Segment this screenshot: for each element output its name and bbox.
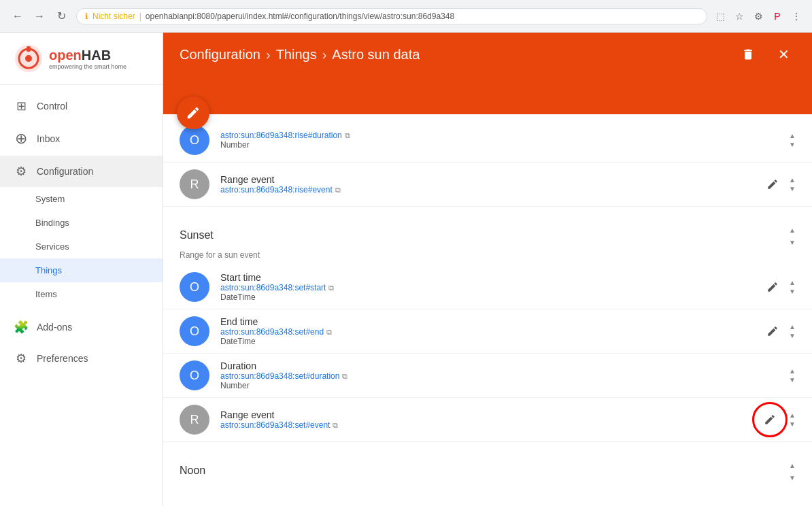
sunset-end-uid: astro:sun:86d9a348:set#end ⧉ [220,327,751,337]
logo-open: open [49,48,82,63]
sunset-start-actions: ▲ ▼ [762,276,796,298]
sunset-event-edit-button[interactable] [756,406,783,433]
nav-buttons: ← → ↻ [8,7,71,26]
sidebar-item-control[interactable]: ⊞ Control [0,90,163,122]
sidebar-item-inbox[interactable]: ⊕ Inbox [0,122,163,156]
copy-icon-sunset-start[interactable]: ⧉ [328,284,334,292]
channel-item-sunset-start: O Start time astro:sun:86d9a348:set#star… [163,265,812,309]
extensions-icon[interactable]: ⚙ [751,9,766,24]
rise-event-actions: ▲ ▼ [762,173,796,195]
sunset-end-name: End time [220,316,751,327]
header-actions: ✕ [736,42,796,67]
system-label: System [35,194,65,204]
rise-duration-type: Number [220,140,778,150]
sunset-duration-type: Number [220,381,778,390]
sunset-duration-avatar: O [180,360,209,390]
breadcrumb: Configuration › Things › Astro sun data [180,47,420,63]
sidebar-item-preferences[interactable]: ⚙ Preferences [0,343,163,374]
sunset-duration-name: Duration [220,360,778,371]
rise-duration-expand[interactable]: ▲ ▼ [789,132,796,148]
menu-icon[interactable]: ⋮ [789,9,804,24]
sunset-duration-uid: astro:sun:86d9a348:set#duration ⧉ [220,371,778,381]
channel-item-rise-event: R Range event astro:sun:86d9a348:rise#ev… [163,163,812,207]
noon-collapse-btn[interactable]: ▲▼ [789,458,796,483]
things-label: Things [35,265,62,275]
address-bar[interactable]: ℹ Nicht sicher | openhabianpi:8080/paper… [76,8,707,24]
sidebar-nav: ⊞ Control ⊕ Inbox ⚙ Configuration System… [0,85,163,380]
refresh-button[interactable]: ↻ [52,7,71,26]
copy-icon-rise-duration[interactable]: ⧉ [345,131,350,140]
breadcrumb-page: Astro sun data [332,47,420,63]
channel-item-sunset-duration: O Duration astro:sun:86d9a348:set#durati… [163,354,812,398]
channel-item-sunset-end: O End time astro:sun:86d9a348:set#end ⧉ … [163,309,812,354]
rise-event-edit-button[interactable] [762,173,783,195]
sidebar-item-system[interactable]: System [0,187,163,211]
breadcrumb-things[interactable]: Things [276,47,317,63]
openhab-logo-icon [14,44,44,73]
edit-icon [766,178,779,190]
delete-button[interactable] [736,42,760,67]
rise-event-uid-text: astro:sun:86d9a348:rise#event [220,185,333,195]
sunset-end-uid-text: astro:sun:86d9a348:set#end [220,327,324,337]
items-label: Items [35,289,57,299]
rise-duration-info: astro:sun:86d9a348:rise#duration ⧉ Numbe… [220,131,778,150]
rise-duration-uid-text: astro:sun:86d9a348:rise#duration [220,131,342,140]
sunset-end-edit-button[interactable] [762,320,783,342]
sunset-event-info: Range event astro:sun:86d9a348:set#event… [220,409,745,430]
forward-button[interactable]: → [30,7,49,26]
sidebar-item-bindings[interactable]: Bindings [0,211,163,235]
back-button[interactable]: ← [8,7,27,26]
sidebar-item-services[interactable]: Services [0,235,163,258]
copy-icon-sunset-duration[interactable]: ⧉ [342,372,348,381]
sidebar-item-things[interactable]: Things [0,258,163,282]
sunset-start-name: Start time [220,272,751,283]
content-body: O astro:sun:86d9a348:rise#duration ⧉ Num… [163,114,812,506]
sunset-end-expand[interactable]: ▲ ▼ [789,323,796,339]
preferences-label: Preferences [37,353,88,364]
accent-bar [163,76,812,114]
rise-duration-avatar: O [180,125,209,155]
sunset-start-info: Start time astro:sun:86d9a348:set#start … [220,272,751,302]
copy-icon-sunset-end[interactable]: ⧉ [326,328,332,337]
cast-icon[interactable]: ⬚ [713,9,728,24]
rise-event-info: Range event astro:sun:86d9a348:rise#even… [220,174,751,195]
sunset-duration-expand[interactable]: ▲ ▼ [789,367,796,384]
breadcrumb-sep-2: › [322,47,327,63]
sidebar-sub-items: System Bindings Services Things Items [0,187,163,306]
rise-event-uid: astro:sun:86d9a348:rise#event ⧉ [220,185,751,195]
sunset-event-avatar: R [180,405,209,435]
rise-duration-actions: ▲ ▼ [789,132,796,148]
sunset-end-avatar: O [180,316,209,346]
bookmark-icon[interactable]: ☆ [732,9,747,24]
sunset-collapse-btn[interactable]: ▲▼ [789,223,796,248]
svg-rect-3 [27,46,31,52]
breadcrumb-configuration[interactable]: Configuration [180,47,260,63]
noon-section-title: Noon [180,465,205,477]
logo-hab: HAB [82,48,111,63]
close-button[interactable]: ✕ [771,42,796,67]
copy-icon-rise-event[interactable]: ⧉ [335,186,341,195]
sunset-start-edit-button[interactable] [762,276,783,298]
sunset-duration-uid-text: astro:sun:86d9a348:set#duration [220,371,339,381]
sunset-event-uid: astro:sun:86d9a348:set#event ⧉ [220,420,745,430]
svg-point-2 [25,55,32,62]
sunset-end-actions: ▲ ▼ [762,320,796,342]
browser-chrome: ← → ↻ ℹ Nicht sicher | openhabianpi:8080… [0,0,812,33]
edit-fab[interactable] [177,97,209,129]
sunset-section-header: Sunset ▲▼ [163,212,812,250]
rise-event-expand[interactable]: ▲ ▼ [789,176,796,192]
pinterest-icon[interactable]: P [770,9,785,24]
edit-icon [766,281,779,293]
sidebar-item-items[interactable]: Items [0,282,163,306]
sidebar-item-addons[interactable]: 🧩 Add-ons [0,311,163,343]
sunset-event-expand[interactable]: ▲ ▼ [789,411,796,428]
sunset-end-info: End time astro:sun:86d9a348:set#end ⧉ Da… [220,316,751,346]
copy-icon-sunset-event[interactable]: ⧉ [333,421,338,430]
sunset-event-edit-container [756,406,783,433]
sunset-start-expand[interactable]: ▲ ▼ [789,279,796,295]
app-container: open HAB empowering the smart home ⊞ Con… [0,33,812,506]
logo-text: open HAB empowering the smart home [49,48,126,70]
noon-section-header: Noon ▲▼ [163,448,812,486]
sidebar-item-configuration[interactable]: ⚙ Configuration [0,156,163,187]
edit-fab-icon [186,105,201,120]
